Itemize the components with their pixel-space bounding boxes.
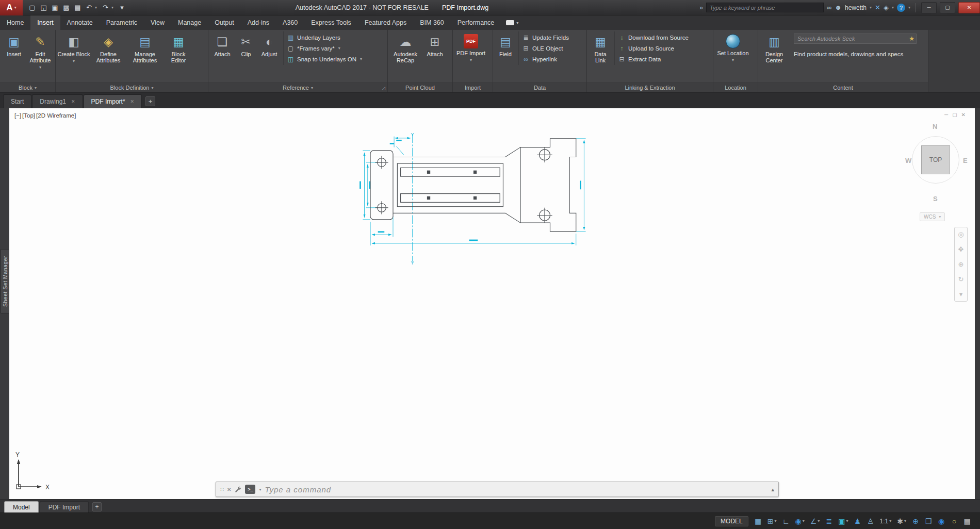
- panel-label-block-definition[interactable]: Block Definition ▾: [56, 82, 208, 92]
- ribbon-tab-featured-apps[interactable]: Featured Apps: [358, 15, 413, 30]
- chevron-down-icon[interactable]: ▾: [39, 65, 41, 70]
- chevron-down-icon[interactable]: ▾: [360, 57, 362, 61]
- close-tab-icon[interactable]: ✕: [71, 99, 75, 104]
- adjust-button[interactable]: ◐ Adjust: [257, 31, 281, 81]
- command-line[interactable]: ∷ ✕ >_ ▾ ▴: [216, 482, 779, 497]
- pdf-import-button[interactable]: PDF PDF Import ▾: [454, 31, 487, 81]
- ribbon-tab-express-tools[interactable]: Express Tools: [304, 15, 358, 30]
- grid-display-icon[interactable]: ▦: [753, 516, 764, 527]
- command-prompt-icon[interactable]: >_: [245, 485, 255, 494]
- attach-point-cloud-button[interactable]: ⊞ Attach: [422, 31, 448, 81]
- update-fields-button[interactable]: ≣ Update Fields: [522, 34, 569, 41]
- frames-vary-button[interactable]: ▢ *Frames vary* ▾: [287, 44, 362, 52]
- qat-menu-button[interactable]: ▾: [117, 2, 127, 13]
- underlay-layers-button[interactable]: ▥ Underlay Layers: [287, 34, 362, 41]
- graphics-performance-icon[interactable]: ◉: [936, 516, 947, 527]
- ortho-mode-icon[interactable]: ∟: [780, 516, 791, 527]
- viewport-visual-style-menu[interactable]: [2D Wireframe]: [36, 112, 76, 119]
- panel-label-location[interactable]: Location: [713, 82, 758, 92]
- minimize-button[interactable]: ─: [921, 2, 937, 13]
- viewcube-top-face[interactable]: TOP: [921, 145, 950, 174]
- ribbon-tab-bim-360[interactable]: BIM 360: [413, 15, 451, 30]
- keyword-search-input[interactable]: [706, 3, 824, 12]
- workspace-switching-icon[interactable]: ✱▾: [895, 516, 908, 527]
- isometric-drafting-icon[interactable]: ◉▾: [793, 516, 806, 527]
- autodesk-exchange-icon[interactable]: ✕: [875, 4, 880, 11]
- customize-wrench-icon[interactable]: [235, 486, 241, 493]
- ribbon-tab-output[interactable]: Output: [208, 15, 241, 30]
- open-file-button[interactable]: ◱: [38, 2, 49, 13]
- search-icon[interactable]: ∞: [827, 4, 831, 11]
- wcs-menu[interactable]: WCS ▾: [920, 212, 945, 221]
- set-location-button[interactable]: Set Location ▾: [715, 31, 751, 81]
- plot-button[interactable]: ▤: [72, 2, 83, 13]
- chevron-down-icon[interactable]: ▾: [95, 5, 100, 10]
- clip-button[interactable]: ✂ Clip: [235, 31, 257, 81]
- expand-history-icon[interactable]: ▴: [771, 486, 774, 493]
- new-layout-button[interactable]: +: [92, 502, 102, 511]
- viewport-restore-icon[interactable]: ▢: [952, 112, 957, 118]
- attach-button[interactable]: ❏ Attach: [210, 31, 235, 81]
- snap-mode-icon[interactable]: ⊞▾: [765, 516, 779, 527]
- panel-label-reference[interactable]: Reference ▾ ◿: [208, 82, 387, 92]
- osnap-tracking-icon[interactable]: ∠▾: [808, 516, 822, 527]
- ribbon-tab-insert[interactable]: Insert: [30, 15, 60, 30]
- chevron-down-icon[interactable]: ▾: [908, 5, 910, 10]
- layout-tab-pdf-import[interactable]: PDF Import: [40, 501, 89, 513]
- chevron-down-icon[interactable]: ▾: [338, 46, 340, 51]
- annotation-monitor-icon[interactable]: ⊕: [910, 516, 921, 527]
- save-as-button[interactable]: ▩: [61, 2, 72, 13]
- sheet-set-manager-tab[interactable]: Sheet Set Manager: [1, 249, 9, 313]
- ribbon-tab-view[interactable]: View: [144, 15, 171, 30]
- upload-to-source-button[interactable]: ↑ Upload to Source: [618, 44, 689, 52]
- restore-button[interactable]: ▢: [940, 2, 955, 13]
- viewport-close-icon[interactable]: ✕: [961, 112, 966, 118]
- panel-label-import[interactable]: Import: [453, 82, 493, 92]
- viewcube-west[interactable]: W: [905, 157, 911, 164]
- viewport-controls-menu[interactable]: [−]: [14, 112, 21, 119]
- ribbon-tab-add-ins[interactable]: Add-ins: [241, 15, 276, 30]
- app-menu-button[interactable]: A ▾: [0, 0, 23, 15]
- viewport-view-menu[interactable]: [Top]: [22, 112, 35, 119]
- doc-tab-drawing1[interactable]: Drawing1 ✕: [32, 94, 83, 108]
- ribbon-tab-manage[interactable]: Manage: [171, 15, 208, 30]
- download-from-source-button[interactable]: ↓ Download from Source: [618, 34, 689, 41]
- seek-search-icon[interactable]: ★: [909, 35, 914, 42]
- ribbon-display-toggle[interactable]: ▾: [501, 15, 524, 30]
- redo-button[interactable]: ↷: [100, 2, 111, 13]
- panel-label-data[interactable]: Data: [493, 82, 586, 92]
- new-drawing-button[interactable]: +: [145, 96, 155, 106]
- command-close-icon[interactable]: ✕: [227, 487, 231, 492]
- new-file-button[interactable]: ▢: [27, 2, 38, 13]
- design-center-button[interactable]: ▥ Design Center: [760, 31, 789, 81]
- panel-label-block[interactable]: Block ▾: [0, 82, 55, 92]
- ribbon-tab-parametric[interactable]: Parametric: [100, 15, 144, 30]
- undo-button[interactable]: ↶: [84, 2, 94, 13]
- chevron-right-icon[interactable]: »: [699, 4, 703, 11]
- viewcube-north[interactable]: N: [933, 123, 937, 130]
- annotation-scale-control[interactable]: 1:1▾: [878, 516, 894, 527]
- pan-icon[interactable]: ✥: [958, 245, 964, 253]
- signed-in-username[interactable]: hewetth: [845, 4, 867, 11]
- edit-attribute-button[interactable]: ✎ Edit Attribute ▾: [27, 31, 54, 81]
- define-attributes-button[interactable]: ◈ Define Attributes: [91, 31, 126, 81]
- chevron-down-icon[interactable]: ▾: [259, 487, 261, 492]
- annotation-autoscale-icon[interactable]: ♙: [865, 516, 876, 527]
- clean-screen-icon[interactable]: ▤: [961, 516, 973, 527]
- ribbon-tab-annotate[interactable]: Annotate: [60, 15, 100, 30]
- extract-data-button[interactable]: ⊟ Extract Data: [618, 55, 689, 63]
- help-icon[interactable]: ?: [897, 4, 905, 12]
- command-input[interactable]: [265, 485, 767, 494]
- panel-label-linking-extraction[interactable]: Linking & Extraction: [587, 82, 713, 92]
- chevron-down-icon[interactable]: ▾: [732, 58, 734, 62]
- save-button[interactable]: ▣: [50, 2, 60, 13]
- quick-properties-icon[interactable]: ❒: [923, 516, 934, 527]
- dialog-launcher-icon[interactable]: ◿: [382, 86, 385, 91]
- chevron-down-icon[interactable]: ▾: [870, 5, 872, 10]
- ole-object-button[interactable]: ⊞ OLE Object: [522, 44, 569, 52]
- close-button[interactable]: ✕: [958, 2, 980, 13]
- annotation-visibility-icon[interactable]: ♟: [852, 516, 863, 527]
- block-editor-button[interactable]: ▦ Block Editor: [164, 31, 193, 81]
- create-block-button[interactable]: ◧ Create Block ▾: [57, 31, 90, 81]
- app-store-icon[interactable]: ◈: [884, 4, 889, 11]
